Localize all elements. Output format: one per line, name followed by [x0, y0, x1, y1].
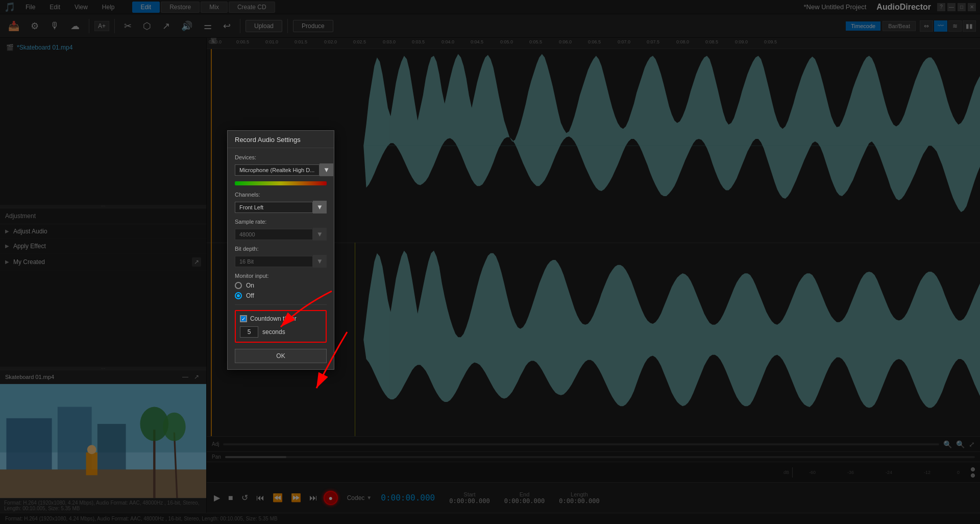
- mode-edit-button[interactable]: Edit: [132, 2, 160, 13]
- zoom-scrollbar[interactable]: [223, 443, 939, 445]
- bit-depth-label: Bit depth:: [235, 246, 327, 252]
- monitor-on-radio[interactable]: [235, 282, 242, 289]
- play-button[interactable]: ▶: [212, 491, 222, 505]
- record-source-button[interactable]: 🎙: [46, 18, 63, 33]
- pan-scrollbar[interactable]: [225, 456, 975, 458]
- ruler-001: 0:01.0: [265, 39, 278, 44]
- vol-dot-1[interactable]: [971, 467, 975, 471]
- fast-forward-button[interactable]: ⏩: [289, 491, 303, 505]
- mode-mix-button[interactable]: Mix: [201, 2, 228, 13]
- devices-label: Devices:: [235, 154, 327, 160]
- monitor-off-item[interactable]: Off: [235, 292, 327, 299]
- monitor-off-radio[interactable]: [235, 292, 242, 299]
- pan-handle[interactable]: [225, 456, 286, 458]
- adjust-audio-arrow: ▶: [5, 228, 9, 234]
- start-time-group: Start 0:00:00.000: [449, 491, 489, 505]
- pan-controls: Pan: [207, 451, 980, 462]
- skip-forward-button[interactable]: ⏭: [307, 491, 320, 505]
- tb2-cut-button[interactable]: ✂: [120, 18, 136, 34]
- file-name: *Skateboard 01.mp4: [17, 44, 72, 51]
- adjustment-panel: Adjustment ▶ Adjust Audio ▶ Apply Effect…: [0, 208, 206, 367]
- mode-toolbar: Edit Restore Mix Create CD: [132, 2, 275, 13]
- help-button[interactable]: ?: [937, 3, 945, 11]
- bit-depth-select[interactable]: 16 Bit: [235, 256, 313, 267]
- skip-back-button[interactable]: ⏮: [254, 491, 266, 505]
- adjust-audio-item[interactable]: ▶ Adjust Audio: [0, 224, 206, 239]
- spectrum-view-button[interactable]: ≋: [948, 20, 962, 32]
- channel-select-arrow[interactable]: ▼: [313, 201, 327, 213]
- batch-button[interactable]: ⚙: [27, 18, 43, 34]
- preview-expand-button[interactable]: ↗: [192, 372, 201, 382]
- countdown-section: ✓ Countdown timer seconds: [235, 310, 327, 343]
- countdown-checkbox[interactable]: ✓: [240, 315, 247, 322]
- bit-depth-arrow[interactable]: ▼: [313, 255, 327, 268]
- transport-controls: ▶ ■ ↺ ⏮ ⏪ ⏩ ⏭ ● Codec ▼ 0:00:00.000 Star…: [207, 482, 980, 513]
- preview-title: Skateboard 01.mp4: [5, 374, 54, 380]
- status-text: Format: H.264 (1920x1080, 4.24 Mbps), Au…: [5, 516, 278, 521]
- channel-select[interactable]: Front Left: [235, 202, 313, 213]
- produce-button[interactable]: Produce: [293, 20, 333, 32]
- app-title: AudioDirector: [876, 3, 931, 12]
- menu-help[interactable]: Help: [100, 2, 117, 13]
- import-button[interactable]: 📥: [4, 18, 23, 34]
- ruler-0015: 0:01.5: [295, 39, 307, 44]
- db-label-12: -12: [924, 470, 930, 475]
- sample-rate-arrow[interactable]: ▼: [313, 228, 327, 241]
- record-audio-settings-dialog: Record Audio Settings Devices: Microphon…: [227, 130, 334, 370]
- tb2-mix-button[interactable]: ⚌: [200, 18, 216, 34]
- countdown-seconds-input[interactable]: [240, 326, 258, 338]
- zoom-fit-button-2[interactable]: ⤢: [969, 440, 975, 448]
- cloud-button[interactable]: ☁: [66, 18, 84, 34]
- my-created-label: My Created: [13, 258, 45, 266]
- preview-minimize-button[interactable]: —: [181, 372, 190, 382]
- my-created-export-button[interactable]: ↗: [192, 257, 201, 267]
- codec-dropdown-button[interactable]: ▼: [366, 495, 372, 501]
- bars-view-button[interactable]: ▮▮: [963, 20, 976, 32]
- stop-button[interactable]: ■: [226, 491, 235, 505]
- toolbar-separator-3: [240, 19, 240, 33]
- record-button[interactable]: ●: [324, 491, 338, 505]
- menu-view[interactable]: View: [72, 2, 90, 13]
- menu-edit[interactable]: Edit: [47, 2, 62, 13]
- tb2-trim-button[interactable]: ⬡: [139, 18, 155, 34]
- sample-rate-select[interactable]: 48000: [235, 229, 313, 240]
- preview-header: Skateboard 01.mp4 — ↗: [0, 370, 206, 384]
- ruler-0085: 0:08.5: [705, 39, 718, 44]
- upload-button[interactable]: Upload: [246, 20, 282, 32]
- minimize-button[interactable]: —: [947, 3, 955, 11]
- device-select-arrow[interactable]: ▼: [320, 163, 333, 176]
- device-select[interactable]: Microphone (Realtek High D...: [235, 164, 320, 176]
- preview-panel: Skateboard 01.mp4 — ↗: [0, 370, 206, 513]
- sample-rate-row: 48000 ▼: [235, 228, 327, 241]
- toolbar-separator-2: [114, 19, 115, 33]
- db-sep: [792, 467, 793, 478]
- apply-effect-item[interactable]: ▶ Apply Effect: [0, 239, 206, 254]
- zoom-out-button[interactable]: 🔍: [943, 440, 952, 448]
- ok-button[interactable]: OK: [235, 349, 327, 363]
- track-l-label: L: [211, 38, 216, 44]
- monitor-on-item[interactable]: On: [235, 282, 327, 289]
- vol-dot-2[interactable]: [971, 473, 975, 478]
- menu-file[interactable]: File: [23, 2, 37, 13]
- file-item[interactable]: 🎬 *Skateboard 01.mp4: [4, 42, 202, 53]
- ruler-004: 0:04.0: [442, 39, 454, 44]
- waveform-view-button[interactable]: 〰: [934, 20, 947, 32]
- close-button[interactable]: ✕: [968, 3, 976, 11]
- rewind-button[interactable]: ⏪: [271, 491, 285, 505]
- db-label-36: -36: [847, 470, 854, 475]
- tb2-fade-button[interactable]: ↗: [158, 18, 174, 34]
- zoom-fit-button[interactable]: ⇔: [920, 20, 933, 32]
- barbeat-button[interactable]: Bar/Beat: [883, 21, 916, 31]
- maximize-button[interactable]: □: [958, 3, 966, 11]
- loop-button[interactable]: ↺: [239, 491, 250, 505]
- mode-createcd-button[interactable]: Create CD: [229, 2, 275, 13]
- preview-status: Format: H.264 (1920x1080, 4.24 Mbps), Au…: [0, 498, 206, 513]
- tb2-undo-button[interactable]: ↩: [219, 18, 235, 34]
- mode-restore-button[interactable]: Restore: [161, 2, 200, 13]
- pan-label: Pan: [212, 454, 221, 460]
- timecode-button[interactable]: Timecode: [846, 21, 880, 31]
- my-created-item[interactable]: ▶ My Created ↗: [0, 254, 206, 271]
- tb2-vol-button[interactable]: 🔊: [177, 18, 197, 34]
- zoom-in-button[interactable]: 🔍: [956, 440, 965, 448]
- window-controls: ? — □ ✕: [937, 3, 976, 11]
